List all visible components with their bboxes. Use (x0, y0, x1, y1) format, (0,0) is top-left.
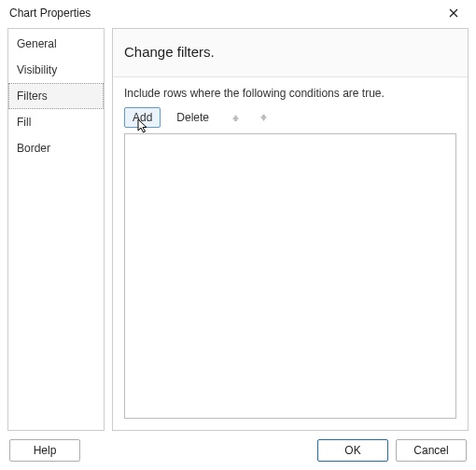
sidebar-item-label: Fill (17, 116, 31, 129)
chart-properties-dialog: Chart Properties General Visibility Filt… (0, 0, 476, 470)
sidebar-item-label: Visibility (17, 63, 57, 76)
delete-button[interactable]: Delete (168, 107, 217, 128)
panel-heading: Change filters. (113, 29, 468, 77)
cancel-button[interactable]: Cancel (396, 439, 467, 462)
close-icon (449, 8, 458, 18)
help-button[interactable]: Help (9, 439, 80, 462)
arrow-down-icon (259, 114, 268, 122)
add-button[interactable]: Add (124, 107, 161, 128)
sidebar-item-border[interactable]: Border (8, 135, 104, 161)
sidebar-item-label: General (17, 37, 57, 50)
ok-button[interactable]: OK (317, 439, 388, 462)
sidebar-item-label: Border (17, 142, 50, 155)
main-panel: Change filters. Include rows where the f… (112, 28, 469, 431)
sidebar-item-fill[interactable]: Fill (8, 109, 104, 135)
dialog-title: Chart Properties (9, 7, 439, 20)
sidebar-item-general[interactable]: General (8, 31, 104, 57)
sidebar-item-filters[interactable]: Filters (8, 83, 104, 109)
close-button[interactable] (439, 3, 469, 23)
move-up-button[interactable] (225, 107, 245, 128)
panel-content: Include rows where the following conditi… (113, 77, 468, 430)
sidebar-item-label: Filters (17, 90, 48, 103)
move-down-button[interactable] (253, 107, 273, 128)
filter-hint: Include rows where the following conditi… (124, 87, 456, 100)
category-sidebar: General Visibility Filters Fill Border (7, 28, 105, 431)
arrow-up-icon (231, 114, 240, 122)
dialog-body: General Visibility Filters Fill Border C… (0, 26, 476, 431)
filter-conditions-list[interactable] (124, 133, 456, 419)
titlebar: Chart Properties (0, 0, 476, 26)
sidebar-item-visibility[interactable]: Visibility (8, 57, 104, 83)
filter-toolbar: Add Delete (124, 107, 456, 128)
dialog-footer: Help OK Cancel (0, 431, 476, 470)
